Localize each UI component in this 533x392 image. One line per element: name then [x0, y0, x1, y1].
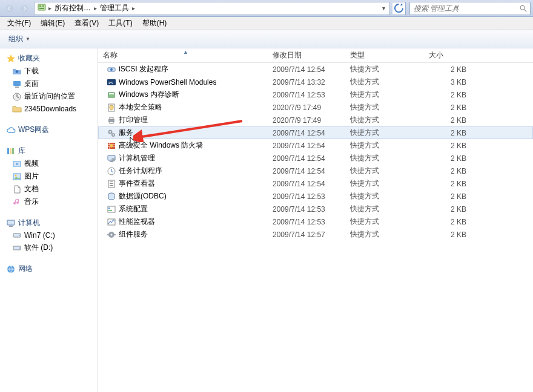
- menu-edit[interactable]: 编辑(E): [37, 17, 68, 30]
- menu-tools[interactable]: 工具(T): [105, 17, 136, 30]
- svg-point-53: [111, 234, 113, 235]
- file-name: Windows PowerShell Modules: [119, 78, 216, 87]
- file-size: 2 KB: [424, 129, 483, 137]
- table-row[interactable]: 服务2009/7/14 12:54快捷方式2 KB: [98, 126, 533, 139]
- svg-point-16: [15, 174, 17, 176]
- search-input[interactable]: [412, 4, 519, 13]
- chevron-right-icon: ▸: [92, 5, 99, 11]
- table-row[interactable]: 系统配置2009/7/14 12:53快捷方式2 KB: [98, 203, 533, 215]
- svg-rect-48: [108, 206, 115, 212]
- file-type: 快捷方式: [345, 77, 424, 87]
- sidebar-wps[interactable]: WPS网盘: [0, 123, 98, 136]
- file-size: 2 KB: [424, 230, 483, 239]
- svg-rect-2: [38, 4, 45, 10]
- file-name: 事件查看器: [119, 178, 155, 189]
- file-date: 2009/7/14 13:32: [268, 78, 345, 87]
- file-type: 快捷方式: [345, 217, 424, 227]
- cursor-icon: [130, 137, 138, 148]
- chevron-right-icon: ▸: [130, 5, 137, 11]
- file-date: 2009/7/14 12:54: [268, 129, 345, 137]
- sidebar-network[interactable]: 网络: [0, 263, 98, 275]
- table-row[interactable]: 事件查看器2009/7/14 12:54快捷方式2 KB: [98, 177, 533, 190]
- file-date: 2009/7/14 12:53: [268, 91, 345, 99]
- file-date: 2009/7/14 12:54: [268, 142, 345, 150]
- file-date: 2009/7/14 12:53: [268, 205, 345, 214]
- sidebar-favorites[interactable]: 收藏夹: [0, 52, 98, 65]
- sidebar-computer[interactable]: 计算机: [0, 217, 98, 229]
- sidebar-item-documents[interactable]: 文档: [0, 183, 98, 195]
- sidebar-item-recent[interactable]: 最近访问的位置: [0, 90, 98, 103]
- drive-icon: [12, 243, 22, 253]
- table-row[interactable]: 任务计划程序2009/7/14 12:54快捷方式2 KB: [98, 165, 533, 177]
- file-date: 2009/7/14 12:54: [268, 65, 345, 74]
- table-row[interactable]: iSCSI 发起程序2009/7/14 12:54快捷方式2 KB: [98, 63, 533, 76]
- shortcut-icon: [107, 90, 116, 100]
- pictures-icon: [12, 172, 22, 181]
- sidebar-libraries[interactable]: 库: [0, 145, 98, 157]
- shortcut-icon: [107, 204, 116, 214]
- file-size: 2 KB: [424, 103, 483, 112]
- refresh-button[interactable]: [392, 2, 406, 15]
- svg-rect-29: [109, 93, 114, 94]
- file-date: 2020/7/9 17:49: [268, 103, 345, 112]
- main-content: 收藏夹 下载 桌面 最近访问的位置 2345Downloads WP: [0, 48, 533, 392]
- table-row[interactable]: PSWindows PowerShell Modules2009/7/14 13…: [98, 76, 533, 88]
- organize-button[interactable]: 组织 ▼: [5, 33, 34, 45]
- sidebar-item-desktop[interactable]: 桌面: [0, 77, 98, 90]
- back-button[interactable]: [2, 2, 17, 15]
- column-date[interactable]: 修改日期: [268, 48, 345, 62]
- table-row[interactable]: 计算机管理2009/7/14 12:54快捷方式2 KB: [98, 152, 533, 165]
- breadcrumb-item[interactable]: 所有控制…: [53, 2, 92, 15]
- svg-rect-4: [42, 5, 44, 7]
- table-row[interactable]: 组件服务2009/7/14 12:57快捷方式2 KB: [98, 228, 533, 241]
- breadcrumb-item[interactable]: 管理工具: [99, 2, 130, 15]
- sidebar-item-videos[interactable]: 视频: [0, 157, 98, 170]
- menu-help[interactable]: 帮助(H): [139, 17, 171, 30]
- desktop-icon: [12, 79, 22, 89]
- svg-rect-49: [108, 207, 110, 209]
- chevron-down-icon[interactable]: ▾: [380, 5, 387, 11]
- sidebar-label: 网络: [18, 264, 33, 274]
- sidebar-item-downloads[interactable]: 下载: [0, 65, 98, 77]
- sidebar-item-2345downloads[interactable]: 2345Downloads: [0, 103, 98, 115]
- file-name: 本地安全策略: [119, 102, 162, 113]
- shortcut-icon: [107, 192, 116, 201]
- video-icon: [12, 159, 22, 169]
- column-type[interactable]: 类型: [345, 48, 424, 62]
- forward-button[interactable]: [17, 2, 31, 15]
- search-icon: [519, 4, 528, 13]
- file-type: 快捷方式: [345, 153, 424, 163]
- table-row[interactable]: Windows 内存诊断2009/7/14 12:53快捷方式2 KB: [98, 88, 533, 101]
- computer-icon: [6, 218, 16, 228]
- breadcrumb[interactable]: ▸ 所有控制… ▸ 管理工具 ▸ ▾: [34, 2, 390, 15]
- sidebar-item-pictures[interactable]: 图片: [0, 170, 98, 183]
- file-size: 2 KB: [424, 91, 483, 99]
- sidebar-item-drive-c[interactable]: Win7 (C:): [0, 229, 98, 241]
- table-row[interactable]: 打印管理2020/7/9 17:49快捷方式2 KB: [98, 114, 533, 126]
- organize-label: 组织: [8, 34, 23, 44]
- table-row[interactable]: 高级安全 Windows 防火墙2009/7/14 12:54快捷方式2 KB: [98, 139, 533, 152]
- music-icon: [12, 197, 22, 207]
- file-size: 3 KB: [424, 78, 483, 87]
- sidebar-label: 库: [18, 146, 25, 156]
- table-row[interactable]: 数据源(ODBC)2009/7/14 12:53快捷方式2 KB: [98, 190, 533, 203]
- file-date: 2009/7/14 12:57: [268, 230, 345, 239]
- shortcut-icon: PS: [107, 77, 116, 87]
- sidebar-item-music[interactable]: 音乐: [0, 195, 98, 208]
- table-row[interactable]: 本地安全策略2020/7/9 17:49快捷方式2 KB: [98, 101, 533, 114]
- shortcut-icon: [107, 128, 116, 138]
- column-headers: 名称 修改日期 类型 大小 ▲: [98, 48, 533, 63]
- sidebar-item-drive-d[interactable]: 软件 (D:): [0, 241, 98, 254]
- svg-rect-55: [114, 234, 116, 235]
- menu-file[interactable]: 文件(F): [4, 17, 35, 30]
- column-size[interactable]: 大小: [424, 48, 483, 62]
- svg-rect-8: [13, 81, 21, 86]
- search-box[interactable]: [409, 2, 531, 15]
- file-date: 2009/7/14 12:54: [268, 167, 345, 175]
- menu-view[interactable]: 查看(V): [71, 17, 102, 30]
- svg-rect-5: [39, 8, 44, 9]
- svg-point-6: [520, 5, 525, 10]
- file-name: 计算机管理: [119, 153, 155, 163]
- folder-icon: [12, 67, 22, 76]
- table-row[interactable]: 性能监视器2009/7/14 12:53快捷方式2 KB: [98, 215, 533, 228]
